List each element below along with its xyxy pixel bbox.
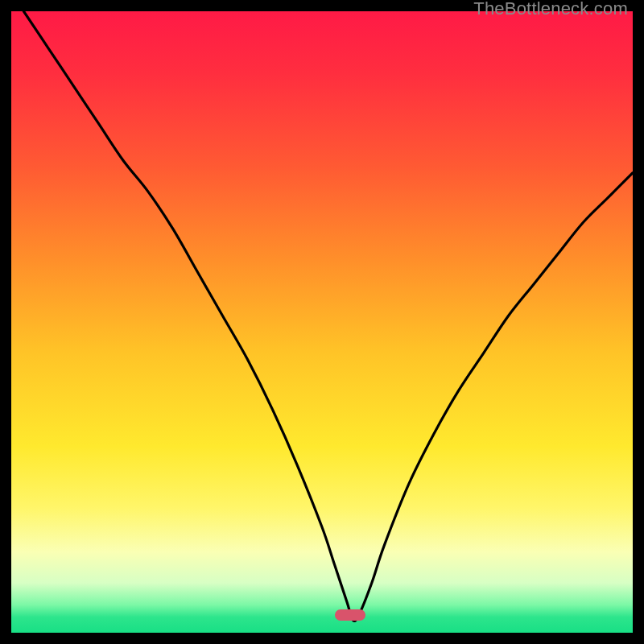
watermark-text: TheBottleneck.com <box>473 0 628 18</box>
optimum-marker <box>335 609 365 621</box>
gradient-background <box>11 11 633 633</box>
chart-frame <box>11 11 633 633</box>
bottleneck-chart <box>11 11 633 633</box>
